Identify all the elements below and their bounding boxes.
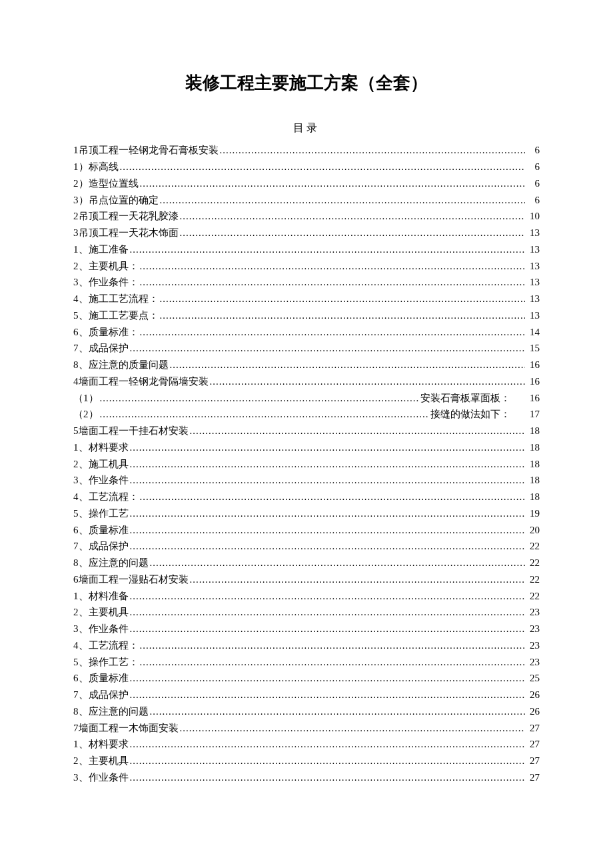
toc-dot-leader [160, 307, 526, 324]
toc-entry-label: 2、主要机具 [73, 753, 129, 769]
toc-entry-page: 23 [526, 654, 540, 671]
toc-entry: 5、施工工艺要点：13 [73, 307, 540, 324]
toc-entry: （2）接缝的做法如下：17 [73, 406, 540, 423]
toc-entry-label: 3吊顶工程一天花木饰面 [73, 225, 179, 241]
toc-dot-leader [130, 522, 526, 539]
toc-entry-page: 6 [526, 159, 540, 175]
toc-entry: 2吊顶工程一天花乳胶漆10 [73, 208, 540, 225]
toc-entry-page: 19 [526, 505, 540, 522]
toc-entry: 1、施工准备13 [73, 241, 540, 258]
toc-entry: 2、施工机具18 [73, 456, 540, 473]
toc-entry-label: 8、应注意的问题 [73, 703, 149, 720]
toc-entry: 2、主要机具27 [73, 753, 540, 769]
toc-entry-label: 1、材料要求 [73, 439, 129, 456]
toc-dot-leader [170, 357, 526, 373]
toc-entry: 4墙面工程一轻钢龙骨隔墙安装16 [73, 373, 540, 390]
toc-entry-page: 23 [526, 621, 540, 637]
toc-entry-label: 7、成品保护 [73, 340, 129, 357]
toc-entry-page: 27 [526, 736, 540, 753]
toc-dot-leader [160, 291, 526, 307]
toc-entry: 3、作业条件：13 [73, 274, 540, 291]
toc-dot-leader [130, 687, 526, 703]
document-title: 装修工程主要施工方案（全套） [73, 71, 540, 95]
toc-entry-label: （2） [73, 406, 99, 423]
toc-entry: 3吊顶工程一天花木饰面13 [73, 225, 540, 241]
toc-dot-leader [130, 538, 526, 555]
toc-entry-page: 20 [526, 522, 540, 539]
toc-entry-label: 1、施工准备 [73, 241, 129, 258]
toc-entry-page: 13 [526, 241, 540, 258]
toc-entry-label: 1）标高线 [73, 159, 119, 175]
toc-heading: 目录 [73, 121, 540, 135]
toc-entry-label: 3）吊点位置的确定 [73, 192, 159, 209]
toc-entry-page: 26 [526, 703, 540, 720]
toc-dot-leader [130, 456, 526, 473]
toc-entry: 3）吊点位置的确定6 [73, 192, 540, 209]
toc-entry-page: 18 [526, 439, 540, 456]
toc-entry: 6墙面工程一湿贴石材安装22 [73, 571, 540, 588]
toc-entry-page: 27 [526, 769, 540, 786]
toc-entry-page: 26 [526, 687, 540, 703]
toc-entry-label: 4、工艺流程： [73, 489, 139, 505]
toc-dot-leader [160, 192, 526, 209]
toc-entry: 6、质量标准20 [73, 522, 540, 539]
toc-entry: 7墙面工程一木饰面安装27 [73, 720, 540, 737]
toc-entry: 5、操作工艺：23 [73, 654, 540, 671]
toc-dot-leader [150, 555, 526, 571]
toc-entry-label: 1、材料要求 [73, 736, 129, 753]
toc-entry-page: 22 [526, 571, 540, 588]
toc-dot-leader [130, 505, 526, 522]
toc-dot-leader [140, 274, 526, 291]
toc-entry-page: 25 [526, 670, 540, 687]
table-of-contents: 1吊顶工程一轻钢龙骨石膏板安装61）标高线62）造型位置线63）吊点位置的确定6… [73, 142, 540, 785]
toc-entry-label: 3、作业条件 [73, 769, 129, 786]
toc-dot-leader [140, 489, 526, 505]
toc-entry-label: 2、施工机具 [73, 456, 129, 473]
toc-entry-page: 27 [526, 753, 540, 769]
toc-entry-trail: 安装石膏板罩面板： [420, 390, 510, 407]
toc-entry-label: 1、材料准备 [73, 588, 129, 605]
toc-entry: 5、操作工艺19 [73, 505, 540, 522]
toc-entry-label: 8、应注意的质量问题 [73, 357, 169, 373]
toc-dot-leader [130, 670, 526, 687]
toc-entry-page: 13 [526, 274, 540, 291]
toc-entry-page: 16 [510, 390, 540, 407]
toc-entry-page: 15 [526, 340, 540, 357]
toc-entry-label: 2、主要机具： [73, 258, 139, 275]
toc-entry-page: 13 [526, 291, 540, 307]
toc-entry-label: 4、施工工艺流程： [73, 291, 159, 307]
toc-entry-page: 16 [526, 373, 540, 390]
toc-dot-leader [100, 390, 420, 407]
toc-entry: 3、作业条件27 [73, 769, 540, 786]
toc-entry-label: 3、作业条件 [73, 472, 129, 489]
toc-entry: 4、施工工艺流程：13 [73, 291, 540, 307]
toc-entry-page: 13 [526, 258, 540, 275]
toc-entry-label: 8、应注意的问题 [73, 555, 149, 571]
toc-entry-page: 17 [510, 406, 540, 423]
toc-entry-label: 6墙面工程一湿贴石材安装 [73, 571, 189, 588]
toc-entry-label: 5墙面工程一干挂石材安装 [73, 423, 189, 439]
toc-entry-page: 6 [526, 142, 540, 159]
toc-entry-label: 5、操作工艺 [73, 505, 129, 522]
toc-entry: 8、应注意的问题22 [73, 555, 540, 571]
toc-entry-label: 5、施工工艺要点： [73, 307, 159, 324]
toc-entry: 1吊顶工程一轻钢龙骨石膏板安装6 [73, 142, 540, 159]
toc-entry: 1、材料准备22 [73, 588, 540, 605]
toc-entry: 1、材料要求27 [73, 736, 540, 753]
toc-entry: 3、作业条件18 [73, 472, 540, 489]
toc-dot-leader [220, 142, 526, 159]
toc-entry-label: 3、作业条件 [73, 621, 129, 637]
toc-entry-label: 7、成品保护 [73, 538, 129, 555]
toc-entry-page: 6 [526, 192, 540, 209]
toc-entry-page: 18 [526, 472, 540, 489]
toc-dot-leader [180, 225, 526, 241]
toc-entry-page: 14 [526, 324, 540, 341]
toc-entry-label: （1） [73, 390, 99, 407]
toc-entry-page: 16 [526, 357, 540, 373]
toc-entry: 5墙面工程一干挂石材安装18 [73, 423, 540, 439]
toc-entry-label: 3、作业条件： [73, 274, 139, 291]
toc-entry: （1）安装石膏板罩面板：16 [73, 390, 540, 407]
toc-entry-page: 18 [526, 423, 540, 439]
toc-entry-label: 6、质量标准 [73, 670, 129, 687]
toc-entry-page: 13 [526, 307, 540, 324]
